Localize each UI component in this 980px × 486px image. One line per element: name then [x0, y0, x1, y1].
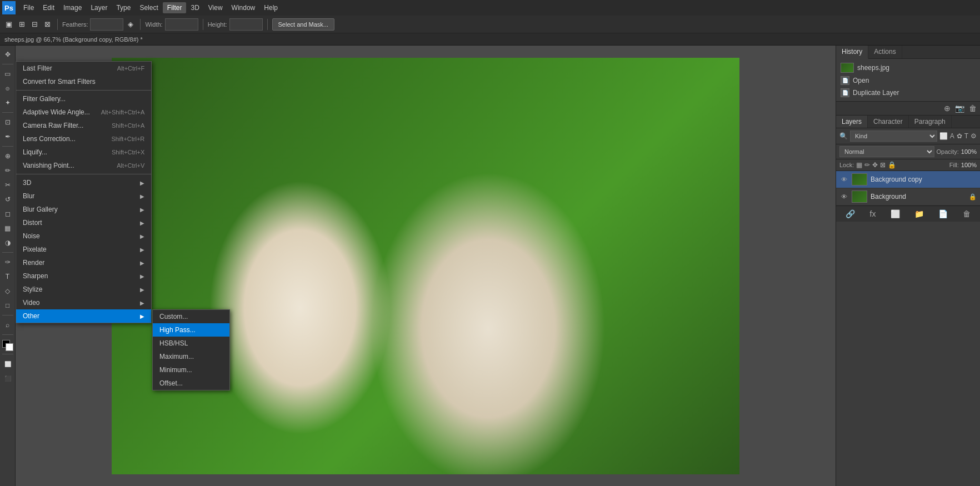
feathers-input[interactable] [90, 18, 123, 31]
tab-actions[interactable]: Actions [868, 46, 902, 58]
tab-paragraph[interactable]: Paragraph [909, 116, 952, 128]
lock-checker-icon[interactable]: ▦ [856, 161, 862, 169]
other-custom[interactable]: Custom... [153, 310, 229, 323]
text-tool[interactable]: T [1, 270, 14, 283]
filter-blur-gallery[interactable]: Blur Gallery ▶ [16, 203, 151, 216]
menu-image[interactable]: Image [59, 2, 86, 13]
menu-help[interactable]: Help [259, 2, 282, 13]
filter-vanishing-point[interactable]: Vanishing Point... Alt+Ctrl+V [16, 159, 151, 172]
menu-3d[interactable]: 3D [186, 2, 203, 13]
screen-mode-btn[interactable]: ⬛ [1, 372, 14, 385]
filter-distort[interactable]: Distort ▶ [16, 216, 151, 229]
filter-last-filter[interactable]: Last Filter Alt+Ctrl+F [16, 62, 151, 75]
layer-item-1[interactable]: 👁 Background 🔒 [836, 188, 980, 206]
lock-artboard-icon[interactable]: ⊠ [880, 161, 886, 169]
menu-edit[interactable]: Edit [38, 2, 59, 13]
panel-camera-btn[interactable]: 📷 [954, 103, 966, 114]
filter-other[interactable]: Other ▶ [16, 309, 151, 323]
crop-tool[interactable]: ⊡ [1, 116, 14, 129]
width-input[interactable] [165, 18, 198, 31]
other-offset[interactable]: Offset... [153, 377, 229, 390]
delete-layer-btn[interactable]: 🗑 [961, 208, 973, 219]
marquee-tool[interactable]: ▭ [1, 67, 14, 81]
pen-tool[interactable]: ✑ [1, 255, 14, 269]
move-tool[interactable]: ✥ [1, 48, 14, 61]
layer-eye-1[interactable]: 👁 [839, 192, 848, 201]
other-hsb-hsl[interactable]: HSB/HSL [153, 337, 229, 350]
eraser-tool[interactable]: ◻ [1, 207, 14, 221]
history-item-duplayer[interactable]: 📄 Duplicate Layer [836, 87, 980, 99]
menu-file[interactable]: File [19, 2, 38, 13]
magic-wand-tool[interactable]: ✦ [1, 96, 14, 109]
other-maximum[interactable]: Maximum... [153, 350, 229, 363]
layer-item-0[interactable]: 👁 Background copy [836, 171, 980, 188]
lock-all-icon[interactable]: 🔒 [888, 161, 896, 169]
add-mask-btn[interactable]: ⬜ [888, 208, 902, 219]
color-picker[interactable] [2, 340, 13, 351]
history-item-sheeps[interactable]: sheeps.jpg [836, 61, 980, 74]
filter-render[interactable]: Render ▶ [16, 256, 151, 269]
filter-adaptive-wide[interactable]: Adaptive Wide Angle... Alt+Shift+Ctrl+A [16, 106, 151, 119]
filter-pixelate[interactable]: Pixelate ▶ [16, 243, 151, 256]
filter-gallery[interactable]: Filter Gallery... [16, 92, 151, 106]
layers-mode-select[interactable]: Normal [839, 146, 934, 157]
filter-lens-correction[interactable]: Lens Correction... Shift+Ctrl+R [16, 132, 151, 146]
filter-video[interactable]: Video ▶ [16, 296, 151, 309]
menu-type[interactable]: Type [112, 2, 135, 13]
healing-tool[interactable]: ⊕ [1, 149, 14, 163]
other-high-pass[interactable]: High Pass... [153, 323, 229, 337]
eyedropper-tool[interactable]: ✒ [1, 130, 14, 143]
zoom-tool[interactable]: ⌕ [1, 318, 14, 332]
lock-brush-icon[interactable]: ✏ [864, 161, 870, 169]
dodge-tool[interactable]: ◑ [1, 236, 14, 249]
filter-icon-3[interactable]: ✿ [957, 132, 962, 140]
tab-history[interactable]: History [836, 46, 868, 59]
new-layer-btn[interactable]: 📄 [936, 208, 950, 219]
filter-liquify[interactable]: Liquify... Shift+Ctrl+X [16, 146, 151, 159]
filter-icon-5[interactable]: ⚙ [971, 132, 977, 140]
new-group-btn[interactable]: 📁 [912, 208, 926, 219]
add-selection-btn[interactable]: ⊞ [17, 18, 27, 31]
new-selection-btn[interactable]: ▣ [3, 18, 14, 31]
lasso-tool[interactable]: ⌾ [1, 82, 14, 95]
clone-tool[interactable]: ✂ [1, 178, 14, 192]
filter-blur[interactable]: Blur ▶ [16, 189, 151, 203]
other-minimum[interactable]: Minimum... [153, 363, 229, 377]
filter-convert-smart[interactable]: Convert for Smart Filters [16, 75, 151, 88]
panel-trash-btn[interactable]: 🗑 [968, 103, 978, 114]
filter-icon-1[interactable]: ⬜ [939, 132, 948, 140]
menu-select[interactable]: Select [135, 2, 162, 13]
filter-stylize[interactable]: Stylize ▶ [16, 283, 151, 296]
shape-tool[interactable]: □ [1, 299, 14, 312]
menu-view[interactable]: View [204, 2, 227, 13]
filter-camera-raw[interactable]: Camera Raw Filter... Shift+Ctrl+A [16, 119, 151, 132]
history-brush-tool[interactable]: ↺ [1, 193, 14, 206]
height-input[interactable] [229, 18, 263, 31]
filter-3d[interactable]: 3D ▶ [16, 176, 151, 189]
panel-add-btn[interactable]: ⊕ [943, 103, 952, 114]
lock-move-icon[interactable]: ✥ [872, 161, 878, 169]
path-sel-tool[interactable]: ◇ [1, 284, 14, 298]
background-color[interactable] [6, 343, 13, 351]
menu-layer[interactable]: Layer [86, 2, 112, 13]
gradient-tool[interactable]: ▦ [1, 222, 14, 235]
filter-icon-4[interactable]: T [964, 132, 968, 140]
tab-character[interactable]: Character [868, 116, 909, 128]
feather-btn[interactable]: ◈ [126, 18, 136, 31]
intersect-selection-btn[interactable]: ⊠ [42, 18, 53, 31]
subtract-selection-btn[interactable]: ⊟ [29, 18, 40, 31]
canvas-area[interactable]: Last Filter Alt+Ctrl+F Convert for Smart… [16, 46, 836, 486]
tab-layers[interactable]: Layers [836, 116, 868, 128]
layer-eye-0[interactable]: 👁 [839, 175, 848, 184]
quick-mask-tool[interactable]: ⬜ [1, 357, 14, 370]
brush-tool[interactable]: ✏ [1, 164, 14, 177]
menu-window[interactable]: Window [227, 2, 260, 13]
filter-sharpen[interactable]: Sharpen ▶ [16, 269, 151, 283]
select-mask-btn[interactable]: Select and Mask... [272, 18, 335, 31]
layers-filter-select[interactable]: Kind [850, 131, 937, 142]
history-item-open[interactable]: 📄 Open [836, 74, 980, 87]
filter-icon-2[interactable]: A [950, 132, 954, 140]
link-layers-btn[interactable]: 🔗 [843, 208, 857, 219]
add-style-btn[interactable]: fx [868, 208, 878, 219]
menu-filter[interactable]: Filter [163, 2, 187, 13]
